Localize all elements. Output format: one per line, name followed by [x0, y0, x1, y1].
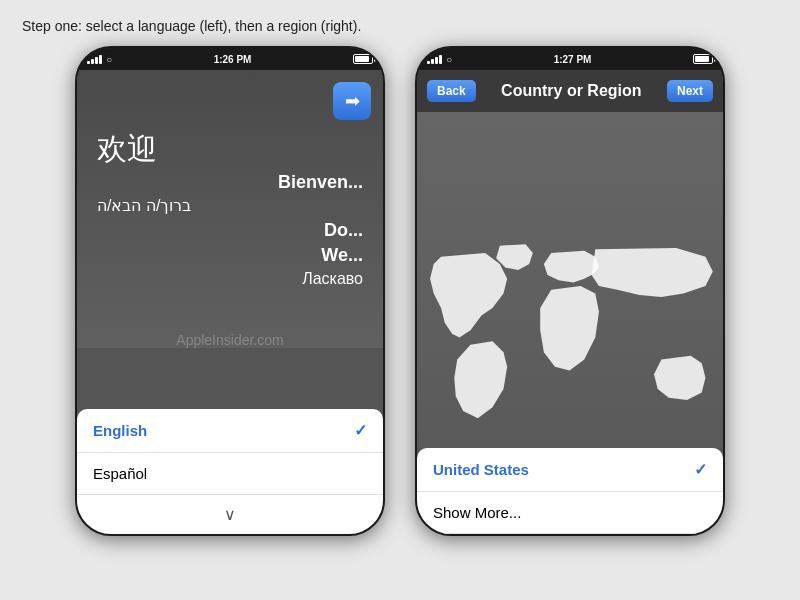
language-check-english: ✓ — [354, 421, 367, 440]
phones-container: ○ 1:26 PM 欢迎 Bienven... ברוך/ה הבא/ה Do.… — [0, 46, 800, 536]
map-area — [417, 112, 723, 448]
welcome-chinese: 欢迎 — [97, 128, 363, 170]
language-name-spanish: Español — [93, 465, 147, 482]
time-1: 1:26 PM — [214, 54, 252, 65]
welcome-we: We... — [97, 243, 363, 268]
country-item-us[interactable]: United States ✓ — [417, 448, 723, 492]
wifi-icon-1: ○ — [106, 54, 112, 65]
time-2: 1:27 PM — [554, 54, 592, 65]
country-item-more[interactable]: Show More... — [417, 492, 723, 534]
signal-icon-2 — [427, 54, 442, 64]
arrow-icon: ➡ — [345, 90, 360, 112]
country-list: United States ✓ Show More... — [417, 448, 723, 534]
next-button[interactable]: Next — [667, 80, 713, 102]
welcome-text-area: 欢迎 Bienven... ברוך/ה הבא/ה Do... We... Л… — [97, 128, 363, 290]
battery-icon-1 — [353, 54, 373, 64]
language-item-spanish[interactable]: Español — [77, 453, 383, 495]
phone-region: ○ 1:27 PM Back Country or Region Next — [415, 46, 725, 536]
phone1-content: 欢迎 Bienven... ברוך/ה הבא/ה Do... We... Л… — [77, 70, 383, 534]
country-name-us: United States — [433, 461, 529, 478]
chevron-down-icon: ∨ — [224, 505, 236, 524]
nav-title: Country or Region — [476, 82, 667, 100]
signal-icon-1 — [87, 54, 102, 64]
welcome-hebrew: ברוך/ה הבא/ה — [97, 195, 363, 217]
welcome-do: Do... — [97, 218, 363, 243]
language-more[interactable]: ∨ — [77, 495, 383, 534]
battery-icon-2 — [693, 54, 713, 64]
phone-language: ○ 1:26 PM 欢迎 Bienven... ברוך/ה הבא/ה Do.… — [75, 46, 385, 536]
country-check-us: ✓ — [694, 460, 707, 479]
welcome-spanish: Bienven... — [97, 170, 363, 195]
nav-bar: Back Country or Region Next — [417, 70, 723, 112]
status-bar-1: ○ 1:26 PM — [77, 48, 383, 70]
arrow-button[interactable]: ➡ — [333, 82, 371, 120]
status-left-1: ○ — [87, 54, 112, 65]
language-item-english[interactable]: English ✓ — [77, 409, 383, 453]
world-map — [417, 242, 723, 448]
phone2-content: Back Country or Region Next — [417, 70, 723, 534]
back-button[interactable]: Back — [427, 80, 476, 102]
language-name-english: English — [93, 422, 147, 439]
show-more-label: Show More... — [433, 504, 521, 521]
welcome-bg: 欢迎 Bienven... ברוך/ה הבא/ה Do... We... Л… — [77, 70, 383, 348]
language-list: English ✓ Español ∨ — [77, 409, 383, 534]
status-bar-2: ○ 1:27 PM — [417, 48, 723, 70]
instruction-text: Step one: select a language (left), then… — [0, 0, 800, 46]
status-right-2 — [693, 54, 713, 64]
status-right-1 — [353, 54, 373, 64]
welcome-ukrainian: Ласкаво — [97, 268, 363, 290]
wifi-icon-2: ○ — [446, 54, 452, 65]
status-left-2: ○ — [427, 54, 452, 65]
